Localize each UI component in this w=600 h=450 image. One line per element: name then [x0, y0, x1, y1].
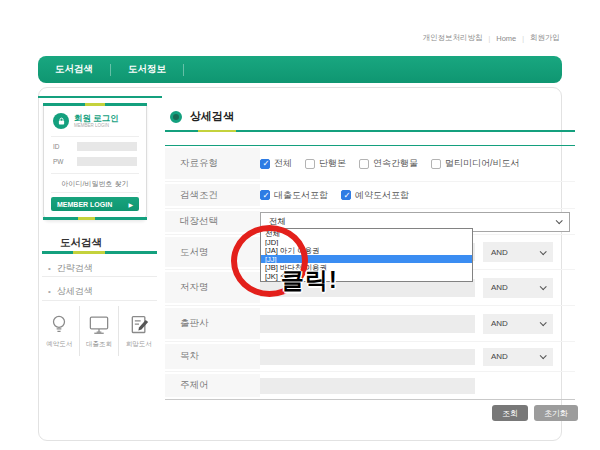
checkbox-icon — [359, 159, 369, 169]
quick-link-reserved-books[interactable]: 예약도서 — [40, 306, 79, 356]
dropdown-option-jd[interactable]: [JD] — [261, 238, 472, 247]
id-row: ID — [53, 142, 137, 151]
form-row-material-type: 자료유형 전체 단행본 연속간행물 — [165, 146, 575, 182]
dropdown-option-jb[interactable]: [JB] 바다천 이용권 — [261, 263, 472, 272]
dropdown-option-all[interactable]: 전체 — [261, 229, 472, 238]
author-operator-select[interactable]: AND — [483, 278, 553, 298]
sidebar-item-detail-search[interactable]: •상세검색 — [48, 285, 157, 298]
chevron-down-icon — [540, 248, 547, 255]
checkbox-icon — [260, 190, 270, 200]
row-label: 자료유형 — [165, 148, 260, 179]
quick-link-label: 대출조회 — [86, 340, 112, 349]
row-label: 도서명 — [165, 237, 260, 267]
tab-book-info[interactable]: 도서정보 — [111, 63, 183, 76]
login-bottom-accent — [43, 217, 147, 220]
checkbox-serial[interactable]: 연속간행물 — [359, 157, 418, 170]
checkbox-include-reserved[interactable]: 예약도서포함 — [341, 189, 409, 202]
form-actions: 조회 초기화 — [165, 405, 578, 421]
member-login-button[interactable]: MEMBER LOGIN ▶ — [51, 197, 139, 211]
chevron-down-icon — [540, 352, 547, 359]
title-underline — [165, 130, 575, 132]
chevron-down-icon — [540, 283, 547, 290]
divider — [42, 276, 157, 277]
checkbox-icon — [341, 190, 351, 200]
member-login-panel: 회원 로그인 MEMBER LOGIN ID PW 아이디/비밀번호 찾기 ME… — [43, 103, 147, 220]
quick-link-loan-inquiry[interactable]: 대출조회 — [79, 306, 119, 356]
divider — [51, 192, 139, 193]
row-label: 대장선택 — [165, 211, 260, 232]
publisher-operator-select[interactable]: AND — [483, 314, 553, 334]
link-separator: | — [489, 35, 491, 42]
checkbox-icon — [305, 159, 315, 169]
find-id-password-link[interactable]: 아이디/비밀번호 찾기 — [44, 179, 146, 189]
form-row-toc: 목차 AND — [165, 342, 575, 372]
divider — [51, 136, 139, 137]
search-button[interactable]: 조회 — [492, 405, 528, 421]
bullet-icon: • — [48, 287, 51, 296]
monitor-icon — [88, 314, 110, 336]
lock-icon — [53, 113, 69, 129]
quick-link-label: 희망도서 — [126, 340, 152, 349]
document-pencil-icon — [129, 314, 149, 336]
row-label: 출판사 — [165, 308, 260, 339]
row-label: 저자명 — [165, 272, 260, 303]
register-dropdown-list: 전체 [JD] [JA] 아기 이용권 [JJ] [JB] 바다천 이용권 [J… — [260, 228, 473, 282]
arrow-right-icon: ▶ — [128, 201, 133, 208]
sidebar-title-underline — [42, 251, 157, 254]
checkbox-include-loaned[interactable]: 대출도서포함 — [260, 189, 328, 202]
chevron-down-icon — [540, 319, 547, 326]
dropdown-option-jk[interactable]: [JK] 순수 — [261, 272, 472, 281]
subject-input[interactable] — [260, 378, 475, 394]
login-top-accent — [43, 103, 147, 106]
toc-operator-select[interactable]: AND — [483, 348, 553, 366]
checkbox-label: 대출도서포함 — [274, 189, 328, 202]
row-label: 주제어 — [165, 374, 260, 397]
sidebar-section-title: 도서검색 — [60, 236, 102, 250]
row-label: 목차 — [165, 344, 260, 369]
row-label: 검색조건 — [165, 184, 260, 206]
login-title: 회원 로그인 — [74, 114, 119, 123]
checkbox-label: 전체 — [274, 157, 292, 170]
nav-divider — [183, 64, 184, 76]
checkbox-icon — [260, 159, 270, 169]
sidebar-item-simple-search[interactable]: •간략검색 — [48, 262, 157, 275]
checkbox-monograph[interactable]: 단행본 — [305, 157, 346, 170]
join-link[interactable]: 회원가입 — [530, 33, 560, 43]
form-row-subject: 주제어 — [165, 372, 575, 400]
dropdown-option-ja[interactable]: [JA] 아기 이용권 — [261, 246, 472, 255]
pw-input[interactable] — [77, 157, 137, 166]
id-input[interactable] — [77, 142, 137, 151]
home-link[interactable]: Home — [496, 34, 516, 43]
library-search-page: 개인정보처리방침 | Home | 회원가입 도서검색 도서정보 회원 로그인 — [0, 0, 600, 450]
quick-link-wish-books[interactable]: 희망도서 — [118, 306, 158, 356]
link-separator: | — [522, 35, 524, 42]
book-title-operator-select[interactable]: AND — [483, 242, 553, 262]
form-row-publisher: 출판사 AND — [165, 306, 575, 342]
reset-button[interactable]: 초기화 — [534, 405, 578, 421]
sidebar-item-label: 상세검색 — [57, 286, 93, 296]
pw-row: PW — [53, 157, 137, 166]
checkbox-all[interactable]: 전체 — [260, 157, 292, 170]
bullet-icon: • — [48, 264, 51, 273]
member-login-button-label: MEMBER LOGIN — [57, 201, 112, 208]
section-bullet-icon — [170, 111, 182, 123]
privacy-policy-link[interactable]: 개인정보처리방침 — [423, 33, 483, 43]
quick-link-label: 예약도서 — [46, 340, 72, 349]
publisher-input[interactable] — [260, 315, 475, 333]
checkbox-multimedia[interactable]: 멀티미디어/비도서 — [431, 157, 520, 170]
checkbox-icon — [431, 159, 441, 169]
operator-value: AND — [491, 283, 508, 292]
lightbulb-icon — [49, 314, 69, 336]
checkbox-label: 예약도서포함 — [355, 189, 409, 202]
sidebar-accent-line — [38, 96, 162, 98]
operator-value: AND — [491, 248, 508, 257]
toc-input[interactable] — [260, 349, 475, 365]
quick-links: 예약도서 대출조회 희망도서 — [40, 306, 158, 356]
dropdown-option-jj[interactable]: [JJ] — [261, 255, 472, 264]
divider — [51, 173, 139, 174]
operator-value: AND — [491, 352, 508, 361]
main-navbar: 도서검색 도서정보 — [38, 56, 562, 83]
operator-value: AND — [491, 319, 508, 328]
checkbox-label: 멀티미디어/비도서 — [445, 157, 520, 170]
tab-book-search[interactable]: 도서검색 — [38, 63, 110, 76]
